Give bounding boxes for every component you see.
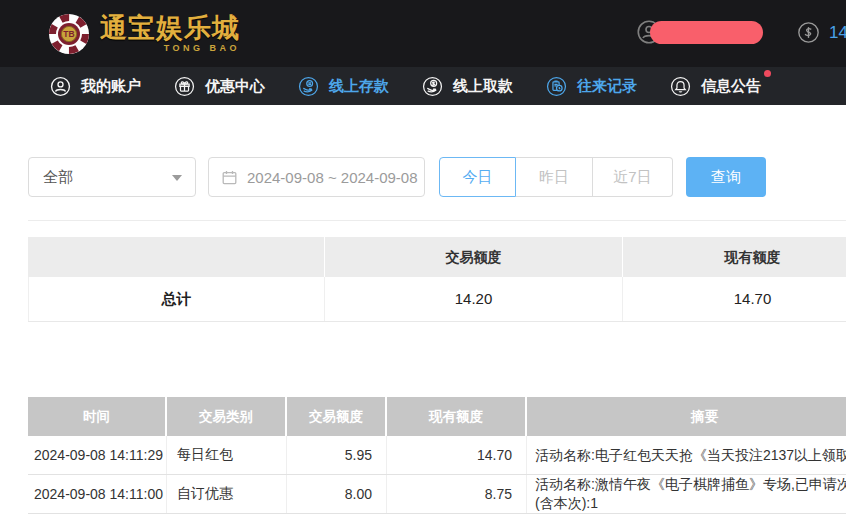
summary-total-label: 总计 [28,277,325,321]
main-nav: 我的账户 线上存款 优惠中心 线上存款 [0,67,846,105]
brand-text: 通宝娱乐城 TONG BAO [100,15,240,53]
records-table: 时间 交易类别 交易额度 现有额度 摘要 2024-09-08 14:11:29… [28,397,846,514]
redacted-username [650,21,763,44]
date-range-input[interactable]: 2024-09-08 ~ 2024-09-08 [208,157,425,197]
transaction-records-page: TB 通宝娱乐城 TONG BAO 14 [0,0,846,516]
svg-text:TB: TB [63,29,74,39]
bell-icon [668,74,693,99]
row-balance: 8.75 [387,475,527,513]
row-balance: 14.70 [387,436,527,474]
row-summary: 活动名称:电子红包天天抢《当天投注2137以上领取》 [527,436,846,474]
balance-value: 14 [829,23,846,43]
records-content: 全部 2024-09-08 ~ 2024-09-08 今日 昨日 近7日 查询 [28,157,846,514]
user-account-area[interactable] [634,17,763,47]
topbar: TB 通宝娱乐城 TONG BAO 14 [0,0,846,67]
withdraw-coin-icon [420,74,445,99]
nav-my-account[interactable]: 我的账户 [48,74,141,99]
records-header-type: 交易类别 [167,397,287,436]
nav-online-deposit[interactable]: 线上存款 [296,74,389,99]
table-row: 2024-09-08 14:11:29 每日红包 5.95 14.70 活动名称… [28,436,846,475]
brand-logo[interactable]: TB 通宝娱乐城 TONG BAO [47,12,240,56]
nav-label: 信息公告 [701,77,761,96]
calendar-icon [221,169,238,186]
brand-name: 通宝娱乐城 [100,15,240,42]
nav-promotions[interactable]: 线上存款 优惠中心 [172,74,265,99]
nav-announcements[interactable]: 信息公告 [668,74,761,99]
nav-label: 优惠中心 [205,77,265,96]
section-divider [28,220,846,221]
nav-label: 线上取款 [453,77,513,96]
row-amount: 5.95 [287,436,387,474]
notification-dot [764,70,771,77]
summary-table: 交易额度 现有额度 总计 14.20 14.70 [28,237,846,322]
summary-total-row: 总计 14.20 14.70 [28,277,846,322]
nav-label: 我的账户 [81,77,141,96]
summary-table-header: 交易额度 现有额度 [28,237,846,277]
brand-subname: TONG BAO [100,44,240,53]
summary-header-amount: 交易额度 [325,237,623,277]
dollar-coin-icon [795,19,822,46]
balance-area[interactable]: 14 [795,19,846,46]
type-select-value: 全部 [43,168,73,187]
records-header-balance: 现有额度 [387,397,527,436]
today-button[interactable]: 今日 [439,157,516,197]
row-type: 每日红包 [167,436,287,474]
chevron-down-icon [172,175,182,181]
records-header-summary: 摘要 [527,397,846,436]
row-type: 自订优惠 [167,475,287,513]
row-time: 2024-09-08 14:11:29 [28,436,167,474]
records-header-time: 时间 [28,397,167,436]
nav-label: 线上存款 [329,77,389,96]
records-table-header: 时间 交易类别 交易额度 现有额度 摘要 [28,397,846,436]
summary-total-balance: 14.70 [622,277,846,321]
nav-online-withdrawal[interactable]: 线上取款 [420,74,513,99]
row-summary: 活动名称:激情午夜《电子棋牌捕鱼》专场,已申请次数(含本次):1 [527,475,846,513]
quick-range-group: 今日 昨日 近7日 [439,157,673,197]
table-row: 2024-09-08 14:11:00 自订优惠 8.00 8.75 活动名称:… [28,475,846,514]
nav-transaction-records[interactable]: 往来记录 [544,74,637,99]
filter-bar: 全部 2024-09-08 ~ 2024-09-08 今日 昨日 近7日 查询 [28,157,846,197]
summary-total-amount: 14.20 [324,277,623,321]
row-amount: 8.00 [287,475,387,513]
records-header-amount: 交易额度 [287,397,387,436]
yesterday-button[interactable]: 昨日 [516,157,593,197]
nav-label: 往来记录 [577,77,637,96]
gift-icon [172,74,197,99]
poker-chip-logo-icon: TB [47,12,91,56]
type-select[interactable]: 全部 [28,157,196,197]
summary-header-balance: 现有额度 [623,237,846,277]
records-clipboard-icon [544,74,569,99]
user-icon [48,74,73,99]
summary-header-empty [28,237,325,277]
last7days-button[interactable]: 近7日 [593,157,673,197]
row-time: 2024-09-08 14:11:00 [28,475,167,513]
date-range-value: 2024-09-08 ~ 2024-09-08 [247,169,418,186]
search-button[interactable]: 查询 [686,157,766,197]
deposit-coin-icon [296,74,321,99]
